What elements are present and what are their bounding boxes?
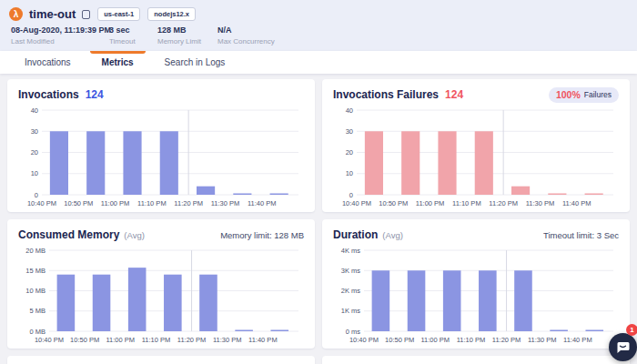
function-name: time-out (29, 7, 76, 21)
svg-text:11:40 PM: 11:40 PM (563, 336, 592, 344)
invocations-card: Invocations 124 01020304010:40 PM10:50 P… (7, 79, 315, 212)
svg-text:2K ms: 2K ms (341, 287, 361, 295)
last-modified-field: 08-Aug-2020, 11:19:39 PM Last Modified (11, 25, 109, 46)
invocations-title: Invocations (18, 88, 79, 101)
duration-title: Duration (333, 228, 378, 241)
svg-text:10:50 PM: 10:50 PM (385, 336, 414, 344)
invocations-failures-card: Invocations Failures 124 100% Failures 0… (322, 79, 630, 212)
svg-text:3K ms: 3K ms (341, 267, 361, 275)
cold-starts-initial-duration-card: Cold Starts Initial Duration (Avg) (322, 356, 630, 364)
cold-starts-card: Cold Starts (1) 0.81% Cold starts (7, 356, 315, 364)
svg-text:11:10 PM: 11:10 PM (457, 336, 486, 344)
runtime-tag: nodejs12.x (147, 7, 196, 21)
svg-text:11:20 PM: 11:20 PM (489, 199, 518, 207)
duration-card: Duration (Avg) Timeout limit: 3 Sec 0 ms… (322, 219, 630, 349)
failures-count: 124 (445, 88, 463, 101)
failures-badge-label: Failures (584, 90, 612, 99)
svg-text:20: 20 (346, 148, 353, 157)
memory-title: Consumed Memory (18, 228, 119, 241)
lambda-icon: λ (9, 7, 23, 21)
svg-text:15 MB: 15 MB (25, 267, 46, 275)
max-concurrency-label: Max Concurrency (217, 37, 275, 46)
timeout-field: 3 sec Timeout (109, 25, 157, 46)
svg-text:11:30 PM: 11:30 PM (213, 336, 242, 344)
max-concurrency-field: N/A Max Concurrency (217, 25, 275, 46)
svg-text:10: 10 (346, 169, 353, 177)
svg-text:11:00 PM: 11:00 PM (421, 336, 450, 344)
invocations-count: 124 (86, 88, 104, 101)
svg-text:0: 0 (35, 191, 38, 199)
svg-text:10:40 PM: 10:40 PM (35, 336, 64, 344)
svg-text:20 MB: 20 MB (25, 247, 46, 255)
svg-text:10:50 PM: 10:50 PM (379, 199, 408, 207)
invocations-bar-chart: 01020304010:40 PM10:50 PM11:00 PM11:10 P… (18, 105, 304, 208)
chat-widget-button[interactable] (609, 333, 637, 361)
duration-title-suffix: (Avg) (382, 230, 403, 240)
svg-text:11:20 PM: 11:20 PM (174, 199, 203, 207)
svg-text:30: 30 (31, 127, 38, 136)
svg-text:10:40 PM: 10:40 PM (27, 199, 56, 207)
memory-title-suffix: (Avg) (124, 230, 145, 240)
tab-metrics[interactable]: Metrics (86, 51, 149, 74)
tab-invocations[interactable]: Invocations (9, 51, 86, 74)
svg-text:11:00 PM: 11:00 PM (101, 199, 130, 207)
svg-text:10:50 PM: 10:50 PM (70, 336, 99, 344)
timeout-limit-note: Timeout limit: 3 Sec (543, 230, 619, 240)
svg-text:1K ms: 1K ms (341, 307, 361, 315)
chat-bubble-icon (616, 341, 630, 354)
function-header: λ time-out us-east-1 nodejs12.x 08-Aug-2… (0, 0, 637, 51)
metrics-tab-bar: Invocations Metrics Search in Logs (0, 51, 637, 74)
region-tag: us-east-1 (97, 7, 140, 21)
svg-text:10 MB: 10 MB (25, 287, 46, 295)
svg-text:4K ms: 4K ms (341, 247, 361, 255)
function-meta-row: 08-Aug-2020, 11:19:39 PM Last Modified 3… (9, 25, 628, 46)
function-title-row: λ time-out us-east-1 nodejs12.x (9, 7, 628, 21)
svg-text:11:10 PM: 11:10 PM (137, 199, 167, 207)
memory-bar-chart: 0 MB5 MB10 MB15 MB20 MB10:40 PM10:50 PM1… (18, 245, 304, 345)
svg-text:40: 40 (31, 106, 38, 115)
svg-text:40: 40 (346, 106, 353, 115)
consumed-memory-card: Consumed Memory (Avg) Memory limit: 128 … (7, 219, 315, 349)
memory-limit-label: Memory Limit (157, 37, 217, 46)
svg-text:11:30 PM: 11:30 PM (526, 199, 555, 207)
svg-text:11:40 PM: 11:40 PM (562, 199, 592, 207)
last-modified-value: 08-Aug-2020, 11:19:39 PM (11, 25, 109, 35)
svg-text:11:10 PM: 11:10 PM (142, 336, 171, 344)
copy-icon[interactable] (82, 10, 90, 19)
memory-limit-note: Memory limit: 128 MB (220, 230, 304, 240)
timeout-label: Timeout (109, 37, 157, 46)
svg-text:20: 20 (31, 148, 38, 157)
svg-text:30: 30 (346, 127, 353, 136)
failures-percent: 100% (556, 89, 581, 100)
svg-text:11:40 PM: 11:40 PM (248, 336, 278, 344)
svg-text:0: 0 (349, 191, 353, 199)
max-concurrency-value: N/A (217, 25, 275, 35)
memory-limit-value: 128 MB (157, 25, 217, 35)
svg-text:11:30 PM: 11:30 PM (528, 336, 557, 344)
svg-text:11:10 PM: 11:10 PM (452, 199, 481, 207)
svg-text:10:40 PM: 10:40 PM (342, 199, 371, 207)
metrics-grid: Invocations 124 01020304010:40 PM10:50 P… (0, 74, 637, 364)
failures-title: Invocations Failures (333, 88, 439, 101)
svg-text:11:00 PM: 11:00 PM (106, 336, 136, 344)
failures-badge: 100% Failures (549, 87, 619, 103)
svg-text:11:20 PM: 11:20 PM (492, 336, 521, 344)
svg-text:11:40 PM: 11:40 PM (248, 199, 277, 207)
svg-text:11:30 PM: 11:30 PM (211, 199, 240, 207)
last-modified-label: Last Modified (11, 37, 109, 46)
svg-text:5 MB: 5 MB (29, 307, 46, 315)
svg-text:0 ms: 0 ms (346, 328, 361, 336)
timeout-value: 3 sec (109, 25, 157, 35)
failures-bar-chart: 01020304010:40 PM10:50 PM11:00 PM11:10 P… (333, 105, 619, 208)
svg-text:10: 10 (31, 169, 38, 177)
svg-text:10:40 PM: 10:40 PM (349, 336, 379, 344)
tab-search-in-logs[interactable]: Search in Logs (149, 51, 241, 74)
svg-text:11:20 PM: 11:20 PM (177, 336, 207, 344)
svg-text:10:50 PM: 10:50 PM (64, 199, 93, 207)
chat-unread-badge: 1 (626, 324, 637, 336)
duration-bar-chart: 0 ms1K ms2K ms3K ms4K ms10:40 PM10:50 PM… (333, 245, 619, 345)
svg-text:0 MB: 0 MB (29, 328, 46, 336)
memory-limit-field: 128 MB Memory Limit (157, 25, 217, 46)
svg-text:11:00 PM: 11:00 PM (416, 199, 445, 207)
